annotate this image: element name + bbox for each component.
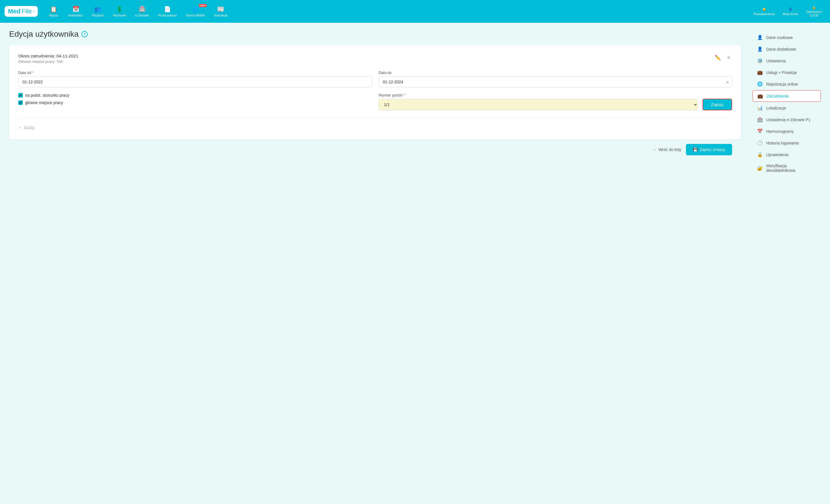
sidebar-item-dane-dodatkowe[interactable]: 👤 Dane dodatkowe: [753, 43, 821, 55]
nav-kalendarz[interactable]: 📅 Kalendarz: [65, 3, 87, 19]
checkbox-miejsce-pracy-input[interactable]: [18, 100, 23, 105]
page-title: Edycja użytkownika ?: [9, 30, 741, 39]
sidebar-item-uprawnienia[interactable]: 🔒 Uprawnienia: [753, 149, 821, 160]
nav-pacjenci[interactable]: 👥 Pacjenci: [88, 3, 108, 19]
checkbox-miejsce-pracy: główne miejsce pracy: [18, 100, 372, 105]
date-from-input[interactable]: [18, 76, 372, 87]
kalendarz-icon: 📅: [72, 6, 79, 12]
uslugi-prowizje-icon: 💼: [757, 70, 763, 75]
new-badge: NEW: [199, 4, 206, 7]
nav-instrukcje[interactable]: 📰 Instrukcje: [210, 3, 231, 19]
kalendarz-label: Kalendarz: [69, 14, 83, 17]
powiadomienia-icon: 🔔: [762, 7, 766, 11]
wymiar-row: Wymiar godzin * 1/1 1/2 3/4 1/4 Zapisz: [379, 93, 732, 110]
checkbox-stosunku-pracy-input[interactable]: [18, 93, 23, 98]
logo-med-text: Med: [8, 8, 21, 15]
harmonogramy-icon: 📅: [757, 129, 763, 134]
required-star: *: [32, 71, 34, 75]
checkbox-stosunku-pracy: na podst. stosunku pracy: [18, 93, 372, 98]
save-record-button[interactable]: Zapisz: [702, 99, 732, 110]
card-header-info: Okres zatrudnienia: 04-11-2021 Główne mi…: [18, 54, 78, 64]
powiadomienia-label: Powiadomienia: [754, 12, 775, 15]
nav-e-zdrowie[interactable]: 🏥 e-Zdrowie: [131, 3, 153, 19]
add-row: ＋ Dodaj: [18, 118, 732, 131]
rejestracja-online-label: Rejestracja online: [766, 82, 798, 87]
checkbox-stosunku-pracy-label: na podst. stosunku pracy: [25, 93, 69, 98]
sidebar-item-harmonogramy[interactable]: 📅 Harmonogramy: [753, 126, 821, 137]
e-zdrowie-icon: 🏥: [139, 6, 146, 12]
logo-box[interactable]: Med File ®: [5, 6, 38, 17]
back-to-list-button[interactable]: ← Wróć do listy: [653, 147, 681, 152]
main-workplace: Główne miejsce pracy: TAK: [18, 60, 78, 64]
nav-strona-www[interactable]: NEW 🌐 Strona WWW: [182, 3, 209, 19]
nav-items: 📋 Wizyty 📅 Kalendarz 👥 Pacjenci 💲 Rachun…: [43, 3, 750, 19]
ustawienia-e-zdrowie-label: Ustawienia e-Zdrowie P1: [766, 117, 811, 122]
navbar: Med File ® 📋 Wizyty 📅 Kalendarz 👥 Pacjen…: [0, 0, 830, 23]
wizyty-label: Wizyty: [49, 14, 58, 17]
date-to-clear-button[interactable]: ✕: [726, 80, 729, 85]
dane-dodatkowe-icon: 👤: [757, 46, 763, 52]
back-arrow-icon: ←: [653, 147, 657, 152]
plus-icon: ＋: [18, 125, 22, 130]
moje-konto-icon: 👤: [789, 7, 792, 11]
help-icon[interactable]: ?: [82, 31, 88, 37]
historia-logowania-icon: 🕐: [757, 140, 763, 146]
sidebar-item-historia-logowania[interactable]: 🕐 Historia logowania: [753, 137, 821, 148]
punkt-pobran-icon: 📄: [164, 6, 171, 12]
logo-area[interactable]: Med File ®: [5, 6, 38, 17]
nav-rachunki[interactable]: 💲 Rachunki: [109, 3, 130, 19]
ustawienia-label: Ustawienia: [766, 59, 786, 63]
uslugi-prowizje-label: Usługi + Prowizje: [766, 70, 797, 75]
sidebar-item-dane-osobowe[interactable]: 👤 Dane osobowe: [753, 32, 821, 43]
uprawnienia-icon: 🔒: [757, 152, 763, 157]
instrukcje-icon: 📰: [217, 6, 224, 12]
lokalizacje-icon: 📊: [757, 105, 763, 111]
save-changes-button[interactable]: 💾 Zapisz zmiany: [686, 144, 732, 155]
add-button[interactable]: ＋ Dodaj: [18, 124, 34, 131]
sidebar: 👤 Dane osobowe 👤 Dane dodatkowe ⚙️ Ustaw…: [753, 30, 821, 176]
punkt-pobran-label: Punkt pobrań: [158, 14, 177, 17]
date-from-group: Data od *: [18, 71, 372, 87]
sidebar-item-uslugi-prowizje[interactable]: 💼 Usługi + Prowizje: [753, 67, 821, 78]
zabezpiecz-label: Zabezpiecz: [806, 10, 822, 13]
nav-right: 🔔 Powiadomienia 👤 Moje konto 🔒 Zabezpiec…: [750, 3, 825, 19]
sidebar-item-rejestracja-online[interactable]: 🌐 Rejestracja online: [753, 78, 821, 90]
ustawienia-icon: ⚙️: [757, 58, 763, 63]
card-header: Okres zatrudnienia: 04-11-2021 Główne mi…: [18, 54, 732, 64]
nav-wizyty[interactable]: 📋 Wizyty: [43, 3, 63, 19]
sidebar-item-lokalizacje[interactable]: 📊 Lokalizacje: [753, 102, 821, 113]
card-header-actions: ✏️ ✕: [713, 54, 732, 62]
rejestracja-online-icon: 🌐: [757, 81, 763, 87]
wymiar-select[interactable]: 1/1 1/2 3/4 1/4: [379, 99, 698, 110]
nav-powiadomienia[interactable]: 🔔 Powiadomienia: [750, 5, 778, 18]
nav-zabezpiecz[interactable]: 🔒 Zabezpiecz 119:28: [803, 3, 825, 19]
instrukcje-label: Instrukcje: [214, 14, 227, 17]
date-row: Data od * Data do ✕: [18, 71, 732, 87]
edit-button[interactable]: ✏️: [713, 54, 722, 62]
content-area: Edycja użytkownika ? Okres zatrudnienia:…: [9, 30, 741, 176]
dane-dodatkowe-label: Dane dodatkowe: [766, 47, 796, 52]
lokalizacje-label: Lokalizacje: [766, 106, 786, 110]
nav-moje-konto[interactable]: 👤 Moje konto: [779, 5, 802, 18]
harmonogramy-label: Harmonogramy: [766, 129, 794, 134]
wizyty-icon: 📋: [50, 6, 57, 12]
strona-www-label: Strona WWW: [186, 14, 205, 17]
close-button[interactable]: ✕: [726, 54, 732, 62]
sidebar-item-zatrudnienie[interactable]: 💼 Zatrudnienie: [753, 90, 821, 102]
sidebar-item-ustawienia-e-zdrowie[interactable]: 🏥 Ustawienia e-Zdrowie P1: [753, 114, 821, 125]
wymiar-label: Wymiar godzin *: [379, 93, 698, 97]
security-time: 119:28: [810, 14, 819, 17]
sidebar-item-ustawienia[interactable]: ⚙️ Ustawienia: [753, 55, 821, 66]
date-to-label: Data do: [379, 71, 732, 75]
moje-konto-label: Moje konto: [783, 12, 798, 15]
e-zdrowie-label: e-Zdrowie: [135, 14, 149, 17]
bottom-bar: ← Wróć do listy 💾 Zapisz zmiany: [9, 139, 741, 160]
zatrudnienie-icon: 💼: [758, 93, 763, 99]
date-to-group: Data do ✕: [379, 71, 732, 87]
nav-punkt-pobran[interactable]: 📄 Punkt pobrań: [154, 3, 181, 19]
wymiar-required-star: *: [404, 93, 406, 97]
date-to-input[interactable]: [379, 76, 732, 87]
checkboxes-area: na podst. stosunku pracy główne miejsce …: [18, 93, 372, 108]
period-label: Okres zatrudnienia: 04-11-2021: [18, 54, 78, 58]
sidebar-item-weryfikacja[interactable]: 🔐 Weryfikacja dwuskładnikowa: [753, 161, 821, 175]
